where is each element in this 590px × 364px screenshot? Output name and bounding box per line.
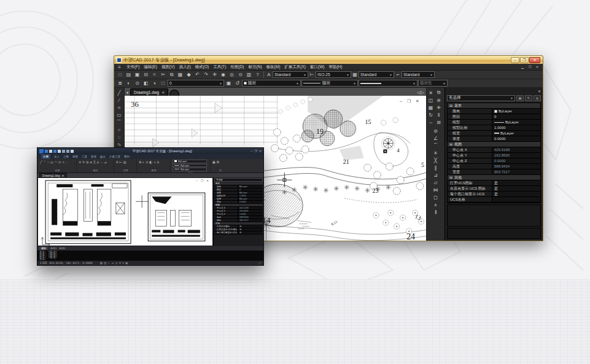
zoom-previous-icon[interactable]: ⊙ (236, 71, 244, 79)
osnap-icon[interactable]: ◎ (115, 261, 118, 265)
break-icon[interactable]: ╳ (432, 157, 440, 164)
polar-icon[interactable]: ∠ (112, 261, 114, 265)
erase-icon[interactable]: ✕ (427, 89, 435, 96)
prop-row-height[interactable]: 高度588.8434 (448, 164, 540, 169)
new-tab-button[interactable] (169, 90, 179, 96)
layer-color-icon[interactable]: ◑ (150, 79, 158, 87)
selection-combo[interactable]: 无选择▼ (447, 95, 515, 101)
help-icon[interactable]: ? (254, 71, 262, 79)
layers-group-icons[interactable]: ≣◐⊙◧◑⊘ (139, 160, 169, 169)
sm-tab-close-icon[interactable]: ✕ (62, 174, 64, 177)
polyline-icon[interactable]: ≈ (115, 104, 123, 111)
secondary-titlebar[interactable]: 中望CAD 2017 专业版 - [Drawing1.dwg] ‒ ❐ ✕ (37, 148, 263, 154)
block-group-icons[interactable]: ▣⊞ (212, 160, 228, 169)
region-icon[interactable]: ▱ (432, 179, 440, 186)
section-basic[interactable]: ⊟基本 (448, 103, 540, 109)
layer-on-icon[interactable]: ◐ (125, 79, 133, 87)
join-icon[interactable]: ∥ (432, 164, 440, 171)
match-properties-icon[interactable]: ◆ (185, 71, 193, 79)
prop-row-center-y[interactable]: 中心点 Y192.8595 (448, 153, 540, 158)
layout2-tab[interactable]: 布局2 (59, 247, 65, 250)
menu-help[interactable]: 帮助(H) (328, 64, 342, 70)
undo-icon[interactable]: ↶ (193, 71, 201, 79)
prop-row-thickness[interactable]: 厚度0.0000 (448, 136, 540, 142)
menu-window[interactable]: 窗口(W) (310, 64, 324, 70)
ribbon-group-annotate[interactable]: A⊢▤ 注释 (115, 159, 137, 172)
layer-previous-icon[interactable]: ↺ (233, 79, 241, 87)
trim-icon[interactable]: ⊘ (432, 127, 440, 134)
prop-row-ucs-origin[interactable]: 在原点显示 UCS 图标是 (448, 186, 540, 192)
ribbon-group-properties[interactable]: ByLayer ByLayer ByLayer 特性 (171, 159, 211, 172)
print-icon[interactable]: ⊟ (142, 71, 150, 79)
sm-document-tab[interactable]: Drawing1.dwg ✕ (39, 173, 67, 177)
ortho-icon[interactable]: ∟ (107, 261, 110, 265)
section-misc[interactable]: ⊟其他 (448, 175, 540, 180)
menu-tools[interactable]: 工具(T) (213, 64, 226, 70)
ribbon-group-block[interactable]: ▣⊞ 块 (211, 159, 230, 172)
menu-express-tools[interactable]: 扩展工具(X) (284, 64, 306, 70)
rotate-icon[interactable]: ↻ (427, 111, 435, 118)
scale-icon[interactable]: ⇕ (435, 111, 443, 118)
mdi-restore-button[interactable]: ❐ (527, 65, 533, 69)
prop-row-layer[interactable]: 图层0 (448, 114, 540, 120)
ribbon-tab-manage[interactable]: 管理 (91, 155, 96, 158)
menu-draw[interactable]: 绘图(D) (231, 64, 244, 70)
annotate-group-icons[interactable]: A⊢▤ (116, 160, 135, 169)
copy-object-icon[interactable]: ⧉ (435, 89, 443, 96)
command-line[interactable]: 命令: *取消* 命令: *取消* 命令: *取消* 命令: *取消* 命令: (37, 250, 263, 260)
move-icon[interactable]: ✛ (435, 104, 443, 111)
grid-icon[interactable]: ▥ (104, 261, 106, 265)
offset-icon[interactable]: ≋ (435, 96, 443, 104)
layer-combo[interactable]: 0▼ (168, 80, 224, 87)
layout1-tab[interactable]: 布局1 (50, 247, 56, 250)
layer-properties-icon[interactable]: ≣ (116, 79, 124, 87)
open-icon[interactable]: ▤ (125, 71, 133, 79)
qat-print-icon[interactable] (58, 150, 61, 153)
model-tab[interactable]: 模型 (39, 247, 48, 250)
prop-row-linetype[interactable]: 线型ByLayer (448, 120, 540, 125)
tab-close-icon[interactable]: ✕ (161, 90, 165, 95)
tab-scroll-arrows[interactable]: ◁▷ (417, 90, 425, 95)
cut-icon[interactable]: ✂ (159, 71, 167, 79)
make-layer-current-icon[interactable]: ▣ (225, 79, 233, 87)
rectangle-array-icon[interactable]: ◻ (432, 193, 440, 201)
mirror-icon[interactable]: ◫ (427, 96, 435, 104)
construction-line-icon[interactable]: ∕ (115, 96, 123, 104)
copy-icon[interactable]: ⧉ (168, 71, 176, 79)
properties-close-icon[interactable]: ✕ (538, 89, 541, 93)
main-titlebar[interactable]: 中望CAD 2017 专业版 - [Drawing1.dwg] ‒ ❐ ✕ (114, 56, 543, 64)
blend-icon[interactable]: ⋈ (432, 186, 440, 193)
new-icon[interactable]: □ (116, 71, 124, 79)
ribbon-tab-help[interactable]: 帮助 (124, 155, 130, 158)
qat-new-icon[interactable] (45, 150, 48, 153)
toggle-pickadd-button[interactable]: ± (534, 95, 541, 101)
prop-row-width[interactable]: 宽度963.7217 (448, 169, 540, 175)
draw-group-icons[interactable]: ╱⌒○▭◠⊙∿◌ (40, 160, 75, 169)
plotstyle-combo[interactable]: 随层色▼ (418, 80, 448, 87)
ribbon-group-draw[interactable]: ╱⌒○▭◠⊙∿◌ 绘图 (39, 159, 77, 172)
extend-icon[interactable]: ∠ (432, 134, 440, 142)
explode-icon[interactable]: ✳ (432, 149, 440, 157)
qat-undo-icon[interactable] (62, 150, 65, 153)
save-icon[interactable]: ▣ (133, 71, 141, 79)
maximize-button[interactable]: ❐ (520, 57, 529, 63)
array-icon[interactable]: ▦ (427, 104, 435, 111)
ribbon-group-modify[interactable]: ✛↻⧉≋╳∠⌒⊿ 修改 (77, 159, 114, 172)
ribbon-tab-tools[interactable]: 工具 (82, 155, 87, 158)
ribbon-tab-home[interactable]: 常用 (41, 154, 50, 159)
layer-chip-icon[interactable]: □ (159, 79, 167, 87)
zoom-realtime-icon[interactable]: ◉ (219, 71, 227, 79)
prop-row-color[interactable]: 颜色ByLayer (448, 109, 540, 114)
sm-selection-combo[interactable]: 无选择 (214, 178, 263, 182)
zoom-window-icon[interactable]: ◎ (228, 71, 236, 79)
stretch-icon[interactable]: ⇔ (427, 118, 435, 126)
preview-icon[interactable]: ⌗ (150, 71, 158, 79)
sm-maximize-button[interactable]: ❐ (254, 149, 257, 153)
lineweight-toggle-icon[interactable]: ≡ (122, 261, 124, 265)
divide-icon[interactable]: ≬ (432, 208, 440, 215)
scale-combo[interactable]: 1:100 (40, 261, 47, 265)
sm-prop-row[interactable]: 每个视口都显示 UCS是 (214, 231, 263, 234)
menu-format[interactable]: 格式(O) (195, 64, 209, 70)
select-objects-button[interactable]: ↖ (525, 95, 532, 101)
menu-view[interactable]: 视图(V) (161, 64, 175, 70)
